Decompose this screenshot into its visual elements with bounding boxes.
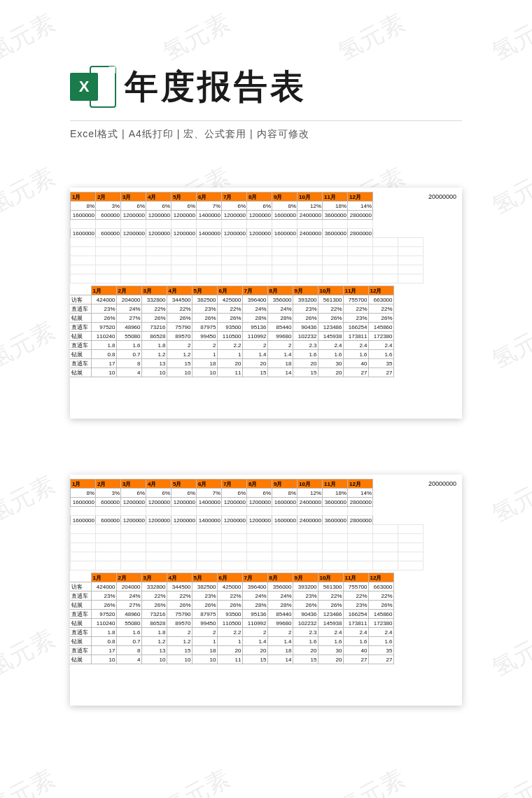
block-b-cell: 2.3 [293,341,318,350]
block-a-cell: 18% [323,489,348,498]
block-b-cell: 30 [318,359,343,368]
block-b-cell: 86528 [141,332,167,341]
page-subline-text: Excel格式 | A4纸打印 | 宏、公式套用 | 内容可修改 [70,128,462,141]
filler-row [71,238,424,247]
block-a-cell: 1600000 [71,498,96,507]
block-a-cell: 8% [272,202,298,211]
block-b-cell: 26% [217,601,242,610]
block-b-cell: 663000 [368,582,393,592]
block-b-cell: 55080 [116,332,141,341]
month-header-cell: 7月 [222,192,247,202]
block-b-cell: 73216 [141,610,167,619]
block-b-cell: 48960 [116,323,141,332]
block-b-cell: 90436 [293,610,318,619]
block-b-cell: 382500 [192,582,217,592]
block-b-cell: 2.4 [343,341,368,350]
month-header-cell: 11月 [323,192,348,202]
block-b-cell: 26% [318,601,343,610]
block-b-cell: 20 [217,646,242,655]
excel-icon-letter: X [70,73,98,101]
block-b-cell: 27 [368,368,393,377]
block-a-cell: 6% [146,489,172,498]
month-header-cell: 8月 [267,286,293,295]
block-b-cell: 26% [293,314,318,323]
block-b-cell: 17 [91,359,116,368]
block-b-cell: 173811 [343,619,368,628]
block-b-cell: 22% [141,592,167,601]
block-b-cell: 1 [192,350,217,359]
block-a-cell: 3600000 [323,211,348,220]
block-b-cell: 1.4 [242,637,267,646]
preview-card-2: 1月2月3月4月5月6月7月8月9月10月11月12月8%3%6%6%6%7%6… [70,475,462,706]
block-a-cell [96,220,121,229]
block-a-cell: 1200000 [247,498,272,507]
block-b-cell: 1 [192,637,217,646]
block-b-cell: 22% [343,304,368,314]
block-b-cell: 1.8 [91,341,116,350]
block-b-cell: 424000 [91,295,116,304]
block-a-cell: 14% [348,489,373,498]
block-b-row-label: 直通车 [70,646,91,655]
block-b-cell: 110240 [91,332,116,341]
block-a-cell: 6% [121,489,146,498]
block-b-cell: 22% [167,304,192,314]
block-a-cell [96,507,121,516]
block-b-cell: 26% [141,601,167,610]
block-b-cell: 27% [116,601,141,610]
block-a-cell [71,220,96,229]
block-a-cell: 6% [222,202,247,211]
month-header-cell: 6月 [217,286,242,295]
block-b-cell: 93500 [217,323,242,332]
block-b-cell: 1.2 [167,350,192,359]
watermark-text: 氢元素 [332,6,411,69]
watermark-text: 氢元素 [158,6,236,69]
block-b-cell: 1.6 [343,637,368,646]
block-b-cell: 123486 [318,610,343,619]
month-header-cell: 5月 [172,192,197,202]
block-b-cell: 396400 [242,582,267,592]
block-b-cell: 99680 [267,332,293,341]
month-header-cell: 2月 [116,573,141,582]
month-header-cell: 3月 [141,286,167,295]
block-b-cell: 99450 [192,332,217,341]
block-a-cell [348,507,373,516]
month-header-cell: 8月 [247,479,272,489]
block-a-cell [222,507,247,516]
block-b-cell: 85440 [267,323,293,332]
block-a-cell [121,507,146,516]
block-b-cell: 1.4 [242,350,267,359]
block-a-row [71,220,373,229]
block-b-cell: 48960 [116,610,141,619]
month-header-cell: 10月 [298,479,323,489]
grand-total: 20000000 [428,193,456,200]
block-b-cell: 2.4 [368,628,393,637]
block-b-cell: 22% [318,592,343,601]
block-a-cell: 2800000 [348,211,373,220]
block-b-cell: 356000 [267,582,293,592]
block-b-row: 钻展11024055080865288957099450110500110992… [70,332,393,341]
block-b-cell: 20 [293,359,318,368]
block-b-cell: 26% [368,601,393,610]
block-b-row: 钻展26%27%26%26%26%26%28%28%26%26%23%26% [70,601,393,610]
block-a-cell: 1600000 [272,516,298,525]
block-a-cell: 8% [272,489,298,498]
month-header-cell: 9月 [293,286,318,295]
block-b-cell: 145938 [318,619,343,628]
block-a-month-header: 1月2月3月4月5月6月7月8月9月10月11月12月 [71,479,373,489]
block-a-cell: 2400000 [298,211,323,220]
block-b-cell: 26% [293,601,318,610]
block-b-cell: 10 [167,368,192,377]
block-b-cell: 755700 [343,295,368,304]
block-b-cell: 15 [167,646,192,655]
block-b-cell: 20 [217,359,242,368]
block-b-cell: 1.6 [318,637,343,646]
month-header-cell: 2月 [96,192,121,202]
block-b-cell: 17 [91,646,116,655]
block-b-cell: 755700 [343,582,368,592]
block-a-cell [146,507,172,516]
block-b-row-label: 访客 [70,295,91,304]
block-b-cell: 2 [167,341,192,350]
watermark-text: 氢元素 [486,160,532,223]
block-b-cell: 102232 [293,332,318,341]
month-header-cell: 9月 [272,192,298,202]
